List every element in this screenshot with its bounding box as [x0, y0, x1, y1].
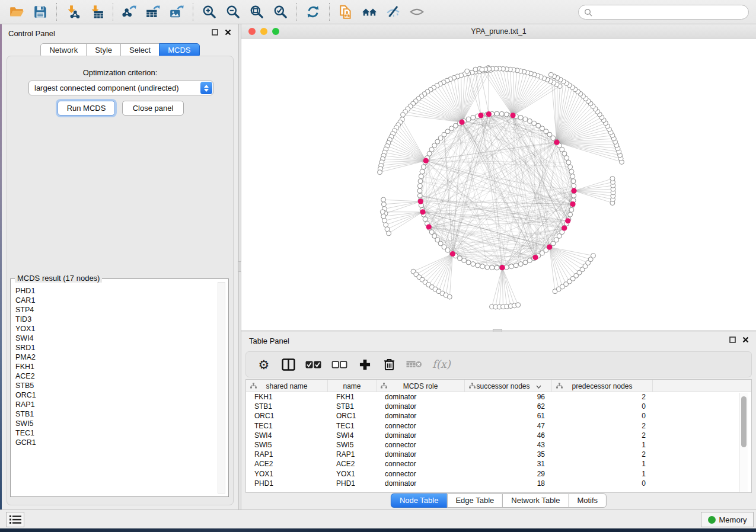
mcds-hub-node[interactable] [571, 188, 576, 193]
cell-mcds-role: dominator [377, 450, 465, 459]
close-panel-button[interactable] [742, 336, 749, 343]
save-session-button[interactable] [28, 2, 52, 22]
zoom-fit-button[interactable] [245, 2, 269, 22]
zoom-out-button[interactable] [221, 2, 245, 22]
mcds-result-item[interactable]: RAP1 [15, 400, 214, 409]
mcds-hub-node[interactable] [547, 245, 552, 250]
mcds-hub-node[interactable] [486, 111, 492, 117]
trash-icon [384, 358, 395, 371]
task-history-button[interactable] [6, 512, 24, 527]
mcds-result-item[interactable]: CAR1 [15, 296, 214, 305]
cell-successor-nodes: 43 [465, 441, 552, 449]
float-panel-button[interactable] [212, 29, 218, 36]
hide-selected-button[interactable] [381, 2, 405, 22]
mcds-hub-node[interactable] [423, 158, 429, 164]
table-row-orc1[interactable]: ORC1ORC1dominator610 [246, 411, 751, 421]
mcds-result-item[interactable]: TID3 [15, 315, 214, 324]
close-mcds-panel-button[interactable]: Close panel [122, 101, 184, 116]
table-row-stb1[interactable]: STB1STB1dominator620 [246, 402, 751, 411]
table-tab-network-table[interactable]: Network Table [502, 493, 569, 508]
scrollbar-thumb[interactable] [741, 396, 747, 447]
export-network-button[interactable] [117, 2, 141, 22]
import-table-button[interactable] [85, 2, 109, 22]
select-all-columns-button[interactable] [305, 361, 321, 368]
table-row-phd1[interactable]: PHD1PHD1dominator180 [246, 479, 751, 488]
search-input[interactable] [595, 7, 748, 18]
table-row-swi5[interactable]: SWI5SWI5connector431 [246, 440, 751, 450]
mcds-result-item[interactable]: STB5 [15, 381, 214, 390]
export-table-button[interactable] [141, 2, 165, 22]
mcds-result-item[interactable]: SWI4 [15, 334, 214, 343]
mcds-hub-node[interactable] [450, 251, 455, 257]
mcds-hub-node[interactable] [570, 201, 575, 207]
import-network-button[interactable] [61, 2, 85, 22]
column-header-name[interactable]: name [328, 380, 377, 392]
mcds-hub-node[interactable] [420, 209, 425, 214]
toolbar-separator [329, 3, 330, 21]
mcds-result-item[interactable]: PMA2 [15, 352, 214, 362]
duplicate-network-button[interactable] [334, 2, 358, 22]
table-tab-node-table[interactable]: Node Table [391, 493, 448, 508]
mcds-result-item[interactable]: TEC1 [15, 428, 214, 438]
memory-status-icon [708, 516, 716, 524]
table-row-fkh1[interactable]: FKH1FKH1dominator962 [246, 392, 751, 402]
mcds-result-item[interactable]: YOX1 [15, 324, 214, 334]
column-header-predecessor-nodes[interactable]: predecessor nodes [552, 380, 653, 392]
memory-button[interactable]: Memory [701, 512, 754, 527]
mcds-result-item[interactable]: PHD1 [15, 286, 214, 296]
mcds-hub-node[interactable] [554, 140, 559, 145]
refresh-button[interactable] [301, 2, 325, 22]
mcds-hub-node[interactable] [500, 265, 505, 270]
mcds-result-item[interactable]: STP4 [15, 305, 214, 315]
mcds-hub-node[interactable] [562, 225, 567, 230]
mcds-result-item[interactable]: FKH1 [15, 362, 214, 371]
network-canvas[interactable] [241, 39, 756, 330]
show-hidden-button[interactable] [405, 2, 429, 22]
cell-name: YOX1 [328, 470, 377, 478]
table-row-ace2[interactable]: ACE2ACE2connector311 [246, 459, 751, 469]
checked-boxes-icon [305, 361, 321, 368]
mcds-result-item[interactable]: ACE2 [15, 371, 214, 381]
column-header-mcds-role[interactable]: MCDS role [377, 380, 465, 392]
mcds-result-item[interactable]: SWI5 [15, 419, 214, 428]
table-scrollbar[interactable] [739, 393, 748, 492]
table-row-swi4[interactable]: SWI4SWI4dominator462 [246, 431, 751, 440]
mcds-hub-node[interactable] [532, 255, 538, 260]
table-row-tec1[interactable]: TEC1TEC1connector472 [246, 421, 751, 431]
zoom-in-button[interactable] [197, 2, 221, 22]
optimization-criterion-select[interactable]: largest connected component (undirected) [28, 81, 213, 95]
table-settings-button[interactable]: ⚙ [257, 358, 271, 371]
mcds-hub-node[interactable] [426, 224, 432, 229]
table-row-yox1[interactable]: YOX1YOX1connector291 [246, 469, 751, 479]
export-image-button[interactable] [165, 2, 189, 22]
cell-predecessor-nodes: 2 [552, 431, 653, 440]
close-panel-button[interactable] [225, 29, 231, 36]
mcds-result-item[interactable]: SRD1 [15, 343, 214, 352]
first-neighbors-button[interactable] [358, 2, 381, 22]
deselect-all-columns-button[interactable] [331, 361, 347, 368]
mcds-hub-node[interactable] [510, 113, 515, 118]
mcds-result-item[interactable]: GCR1 [15, 438, 214, 447]
network-graph[interactable] [241, 39, 756, 330]
show-columns-button[interactable] [281, 358, 295, 371]
run-mcds-button[interactable]: Run MCDS [58, 101, 115, 116]
floppy-disk-icon [33, 4, 48, 20]
delete-column-button[interactable] [382, 358, 396, 371]
mcds-hub-node[interactable] [478, 113, 483, 118]
table-tab-edge-table[interactable]: Edge Table [446, 493, 503, 508]
mcds-list-scrollbar[interactable] [218, 282, 225, 493]
zoom-selected-button[interactable] [269, 2, 292, 22]
mcds-result-item[interactable]: ORC1 [15, 390, 214, 400]
table-row-rap1[interactable]: RAP1RAP1dominator352 [246, 450, 751, 459]
column-header-shared-name[interactable]: shared name [246, 380, 328, 392]
float-panel-button[interactable] [729, 336, 736, 343]
mcds-result-item[interactable]: STB1 [15, 409, 214, 419]
cell-successor-nodes: 35 [465, 450, 552, 459]
create-column-button[interactable] [358, 359, 372, 370]
column-header-successor-nodes[interactable]: successor nodes [465, 380, 552, 392]
mcds-hub-node[interactable] [565, 218, 570, 223]
table-tab-motifs[interactable]: Motifs [568, 493, 607, 508]
open-file-button[interactable] [5, 2, 28, 22]
mcds-hub-node[interactable] [418, 199, 423, 204]
mcds-hub-node[interactable] [459, 120, 464, 125]
